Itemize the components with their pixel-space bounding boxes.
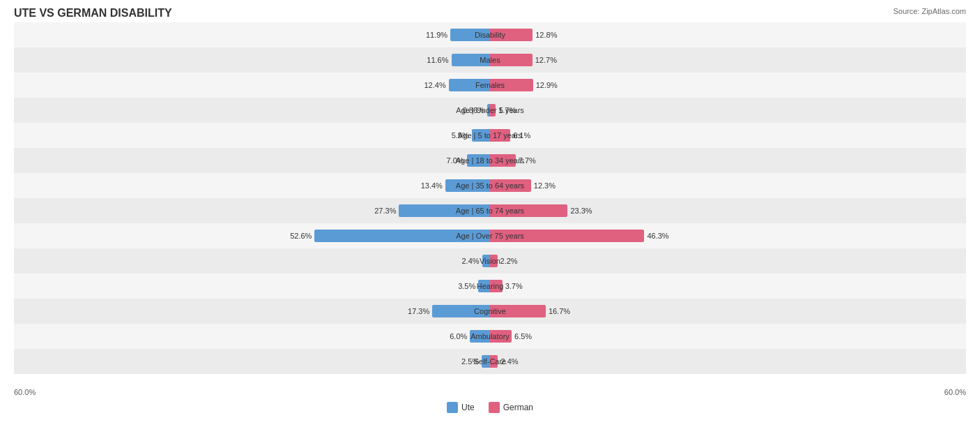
chart-row: 11.9% Disability 12.8% (14, 22, 966, 47)
chart-area: 11.9% Disability 12.8% 11.6% Males 12 (14, 22, 966, 385)
center-label: Males (480, 56, 500, 64)
bar-section: 13.4% Age | 35 to 64 years 12.3% (14, 173, 966, 198)
right-value: 12.7% (535, 56, 557, 64)
center-label: Age | Over 75 years (456, 232, 524, 240)
center-label: Age | 5 to 17 years (458, 131, 522, 140)
bar-section: 12.4% Females 12.9% (14, 73, 966, 98)
chart-row: 13.4% Age | 35 to 64 years 12.3% (14, 173, 966, 198)
left-value: 13.4% (421, 181, 443, 190)
left-value: 11.9% (426, 31, 447, 39)
center-label: Hearing (477, 282, 504, 290)
german-label: German (503, 403, 533, 412)
center-label: Age | 65 to 74 years (456, 207, 524, 215)
center-label: Cognitive (474, 307, 506, 315)
center-label: Females (475, 81, 505, 89)
axis-left-label: 60.0% (14, 388, 36, 396)
bar-section: 5.5% Age | 5 to 17 years 6.1% (14, 123, 966, 148)
bar-section: 27.3% Age | 65 to 74 years 23.3% (14, 198, 966, 223)
left-value: 17.3% (408, 307, 429, 315)
legend-german: German (489, 402, 533, 413)
bar-section: 11.9% Disability 12.8% (14, 22, 966, 47)
axis-row: 60.0% 60.0% (14, 385, 966, 399)
chart-container: UTE VS GERMAN DISABILITY Source: ZipAtla… (0, 0, 980, 427)
chart-row: 27.3% Age | 65 to 74 years 23.3% (14, 198, 966, 223)
bar-section: 2.5% Self-Care 2.4% (14, 349, 966, 374)
left-value: 2.4% (461, 257, 479, 265)
bar-section: 7.0% Age | 18 to 34 years 7.7% (14, 148, 966, 173)
right-value: 12.9% (536, 81, 558, 89)
left-value: 6.0% (450, 332, 467, 340)
center-label: Self-Care (474, 357, 506, 366)
center-label: Disability (475, 31, 505, 39)
right-value: 2.2% (500, 257, 518, 265)
bar-section: 17.3% Cognitive 16.7% (14, 299, 966, 324)
chart-row: 0.86% Age | Under 5 years 1.7% (14, 98, 966, 123)
chart-row: 12.4% Females 12.9% (14, 73, 966, 98)
right-value: 6.5% (514, 332, 532, 340)
german-color-swatch (489, 402, 500, 413)
legend-ute: Ute (447, 402, 475, 413)
left-value: 12.4% (424, 81, 445, 89)
right-value: 3.7% (505, 282, 523, 290)
chart-row: 5.5% Age | 5 to 17 years 6.1% (14, 123, 966, 148)
right-value: 23.3% (570, 207, 592, 215)
ute-label: Ute (461, 403, 475, 412)
right-value: 12.8% (535, 31, 557, 39)
left-value: 52.6% (290, 232, 312, 240)
chart-row: 11.6% Males 12.7% (14, 47, 966, 73)
chart-title: UTE VS GERMAN DISABILITY (14, 7, 966, 20)
bar-section: 52.6% Age | Over 75 years 46.3% (14, 223, 966, 248)
chart-row: 2.5% Self-Care 2.4% (14, 349, 966, 374)
chart-row: 17.3% Cognitive 16.7% (14, 299, 966, 324)
legend: Ute German (14, 402, 966, 413)
center-label: Age | 18 to 34 years (456, 156, 524, 165)
bar-section: 2.4% Vision 2.2% (14, 248, 966, 274)
axis-right-label: 60.0% (944, 388, 966, 396)
right-value: 46.3% (647, 232, 668, 240)
left-value: 3.5% (458, 282, 475, 290)
center-label: Ambulatory (470, 332, 510, 340)
center-label: Vision (480, 257, 500, 265)
center-label: Age | Under 5 years (456, 106, 524, 114)
ute-color-swatch (447, 402, 458, 413)
chart-row: 6.0% Ambulatory 6.5% (14, 324, 966, 349)
right-value: 16.7% (549, 307, 570, 315)
left-value: 27.3% (374, 207, 396, 215)
bar-section: 6.0% Ambulatory 6.5% (14, 324, 966, 349)
chart-row: 7.0% Age | 18 to 34 years 7.7% (14, 148, 966, 173)
bar-section: 0.86% Age | Under 5 years 1.7% (14, 98, 966, 123)
left-value: 11.6% (427, 56, 448, 64)
bar-section: 11.6% Males 12.7% (14, 47, 966, 73)
chart-row: 52.6% Age | Over 75 years 46.3% (14, 223, 966, 248)
right-value: 12.3% (534, 181, 556, 190)
chart-source: Source: ZipAtlas.com (893, 7, 966, 15)
bar-section: 3.5% Hearing 3.7% (14, 274, 966, 299)
chart-row: 3.5% Hearing 3.7% (14, 274, 966, 299)
center-label: Age | 35 to 64 years (456, 181, 524, 190)
chart-row: 2.4% Vision 2.2% (14, 248, 966, 274)
